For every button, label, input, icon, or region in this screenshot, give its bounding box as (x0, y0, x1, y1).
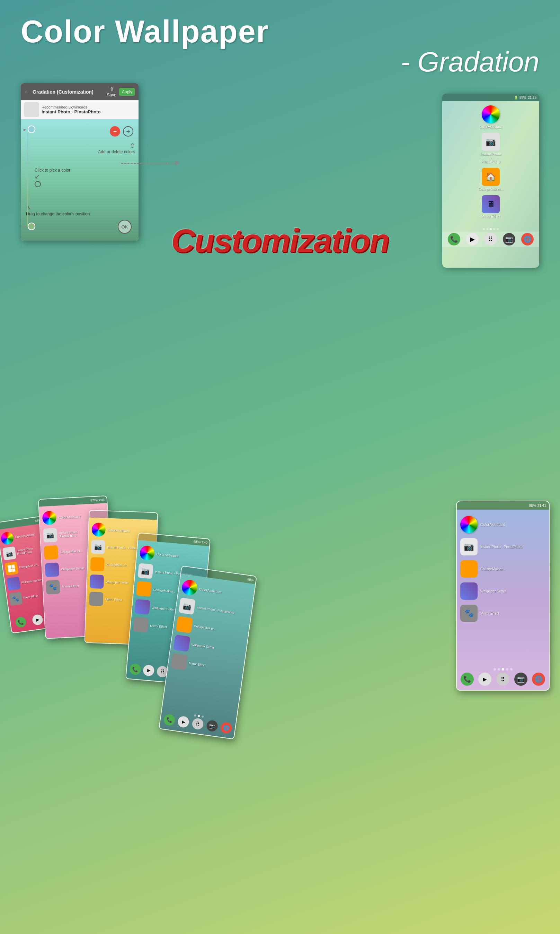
p1-label3: CollageMak er... (19, 563, 39, 569)
color-circle-1[interactable] (28, 125, 35, 133)
p5-dock-camera[interactable]: 📷 (206, 720, 218, 732)
pr-label3: CollageMak er... (480, 567, 505, 571)
recommended-bar: Recommended Downloads Instant Photo - Pi… (21, 100, 138, 119)
phone5-info: 88% (247, 577, 254, 582)
p3-label5: Mirror Effect (105, 597, 122, 602)
p1-icon2: 📷 (2, 547, 17, 560)
p4-dock-play[interactable]: ▶ (143, 665, 155, 677)
collage-icon: 🏠 (482, 168, 500, 186)
dock-camera[interactable]: 📷 (503, 233, 515, 245)
color-circle-2[interactable] (28, 222, 35, 230)
time-display: 21:25 (528, 96, 537, 99)
app-wallpaper[interactable]: 🖥 Mirror Effect (445, 195, 537, 218)
phone1-app2[interactable]: 📷 Instant Photo - PinstaPhoto (2, 542, 45, 560)
p5-dock-play[interactable]: ▶ (177, 716, 190, 728)
dot-pr-5 (510, 668, 512, 670)
dot-pr-3 (502, 668, 504, 670)
page-dots (442, 227, 539, 232)
pr-label2: Instant Photo - PinstaPhoto (480, 545, 523, 549)
p5-dock-apps[interactable]: ⠿ (192, 718, 204, 730)
p5-icon2: 📷 (178, 598, 196, 615)
p5-icon4 (173, 635, 191, 652)
pr-dock-play[interactable]: ▶ (478, 673, 491, 686)
color-stop-1[interactable]: ▶ (23, 125, 35, 133)
pr-app4[interactable]: Wallpaper Setter (460, 582, 545, 600)
pick-indicator[interactable] (35, 181, 41, 187)
phone-right-dots (457, 668, 549, 670)
color-stop-2[interactable]: ▶ (23, 222, 35, 230)
add-color-button[interactable]: + (123, 126, 133, 137)
p5-dock-phone[interactable]: 📞 (163, 713, 175, 726)
p4-icon5 (133, 617, 149, 633)
add-delete-annotation: ⇧ Add or delete colors (98, 142, 135, 154)
pr-icon1 (460, 516, 478, 533)
p1-label5: Mirror Effect (23, 594, 38, 599)
p5-label2: Instant Photo - PinstaPhoto (196, 606, 234, 614)
pr-dock-chrome[interactable]: 🌐 (532, 673, 545, 686)
app-instaphoto[interactable]: 📷 Instant Photo - PinstaPhoto (445, 133, 537, 164)
editor-toolbar: ← Gradation (Customization) ⇧ Save Apply (21, 83, 138, 100)
phone1-app5[interactable]: 🐾 Mirror Effect (9, 590, 39, 606)
remove-color-button[interactable]: − (110, 126, 120, 137)
phone2-battery: 87% (91, 499, 97, 502)
pr-app2[interactable]: 📷 Instant Photo - PinstaPhoto (460, 538, 545, 556)
pr-app1[interactable]: ColorAssistant (460, 516, 545, 533)
apply-button[interactable]: Apply (119, 88, 135, 96)
result-phone: 🔋 88% 21:25 ColorAssistant 📷 Instant Pho… (442, 94, 539, 268)
p1-dock-phone[interactable]: 📞 (15, 616, 27, 628)
p5-icon5 (171, 653, 188, 670)
p5-dock-chrome[interactable]: 🌐 (220, 721, 232, 734)
dock-play[interactable]: ▶ (466, 233, 478, 245)
p3-label3: CollageMak er... (106, 563, 129, 567)
p3-icon5 (89, 592, 103, 606)
p4-label1: ColorAssistant (156, 552, 179, 558)
p3-icon2: 📷 (91, 540, 105, 554)
pr-dock-phone[interactable]: 📞 (461, 673, 474, 686)
dock-chrome[interactable]: 🌐 (521, 233, 534, 245)
dot-3 (490, 228, 492, 230)
app-icon-grid: ColorAssistant 📷 Instant Photo - PinstaP… (442, 101, 539, 227)
app-subtitle: - Gradation (21, 46, 539, 78)
customization-label: Customization (171, 222, 389, 260)
phone1-app3[interactable]: CollageMak er... (5, 559, 40, 576)
app-dock: 📞 ▶ ⠿ 📷 🌐 (442, 232, 539, 247)
pr-app3[interactable]: CollageMak er... (460, 560, 545, 577)
p5-label1: ColorAssistant (199, 587, 221, 594)
dot-pr-1 (494, 668, 496, 670)
p4-icon1 (139, 545, 155, 561)
phone1-app4[interactable]: Wallpaper Setter (6, 573, 42, 590)
p2-label5: Mirror Effect (62, 584, 79, 589)
bottom-phones-section: 88% 21:34 ColorAssistant 📷 Instant Photo… (0, 490, 560, 906)
p4-dock-phone[interactable]: 📞 (129, 663, 141, 675)
p2-icon1 (42, 511, 57, 525)
pr-dock-apps[interactable]: ⠿ (496, 673, 509, 686)
p2-label3: CollageMak er... (60, 549, 82, 554)
dot-2 (486, 228, 488, 230)
save-button[interactable]: ⇧ Save (107, 86, 116, 97)
ok-button[interactable]: OK (118, 220, 132, 234)
dock-apps[interactable]: ⠿ (485, 233, 497, 245)
dot-pr-4 (506, 668, 508, 670)
back-icon[interactable]: ← (24, 89, 30, 95)
phone1-app1[interactable]: ColorAssistant (0, 528, 36, 545)
phone4-app1[interactable]: ColorAssistant (139, 545, 206, 565)
pr-app5[interactable]: 🐾 Mirror Effect (460, 605, 545, 622)
pr-label1: ColorAssistant (480, 522, 505, 526)
result-screen: ColorAssistant 📷 Instant Photo - PinstaP… (442, 101, 539, 268)
battery-percent: 88% (520, 96, 526, 99)
pr-dock-camera[interactable]: 📷 (514, 673, 528, 686)
status-bar-right: 🔋 88% 21:25 (442, 94, 539, 101)
p3-icon3 (91, 557, 105, 571)
dock-phone[interactable]: 📞 (448, 233, 460, 245)
control-buttons: − + (110, 126, 133, 137)
pr-icon2: 📷 (460, 538, 478, 556)
instaphoto-label: Instant Photo - PinstaPhoto (480, 152, 501, 164)
dot-5 (497, 228, 499, 230)
p2-icon5: 🐾 (46, 580, 60, 594)
p1-icon1 (0, 531, 15, 545)
p5-label3: CollageMak er... (194, 624, 217, 631)
app-colorassistant[interactable]: ColorAssistant (445, 105, 537, 129)
app-collage[interactable]: 🏠 CollageMak er... (445, 168, 537, 191)
editor-canvas[interactable]: ▶ ▶ − + ⇧ Add or delete colors Click to … (21, 119, 138, 241)
p1-dock-play[interactable]: ▶ (32, 614, 44, 626)
